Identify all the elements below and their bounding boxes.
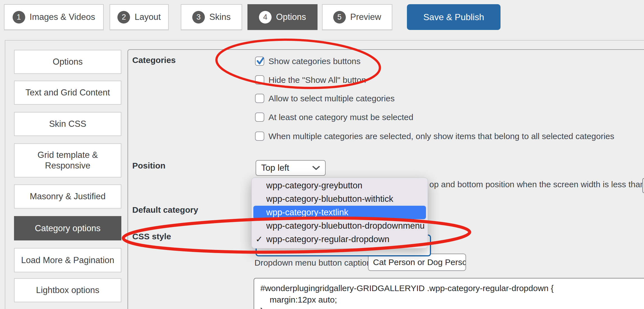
sidebar-item-load-more-pagination[interactable]: Load More & Pagination <box>14 248 121 272</box>
checkbox-label: Hide the "Show All" button <box>268 75 366 85</box>
checkbox-show-categories-buttons[interactable] <box>255 57 264 66</box>
selected-check-icon: ✓ <box>256 233 263 246</box>
sidebar-item-category-options[interactable]: Category options <box>14 216 121 240</box>
code-line: margin:12px auto; <box>260 294 644 305</box>
code-line: } <box>260 305 644 309</box>
dropdown-caption-value: Cat Person or Dog Persc <box>373 258 466 267</box>
menu-item-label: wpp-category-greybutton <box>266 181 362 190</box>
save-publish-button[interactable]: Save & Publish <box>407 4 501 30</box>
breakpoint-width-input[interactable] <box>642 178 644 193</box>
menu-item-label: wpp-category-regular-dropdown <box>266 234 389 244</box>
sidebar-item-skin-css[interactable]: Skin CSS <box>14 112 121 136</box>
sidebar-item-label: Category options <box>35 223 100 234</box>
step-number-badge: 2 <box>117 11 130 24</box>
menu-item-bluebutton-dropdownmenu[interactable]: wpp-category-bluebutton-dropdownmenu <box>253 219 426 233</box>
step-number-badge: 3 <box>192 11 205 24</box>
tab-label: Layout <box>135 12 161 22</box>
tab-label: Options <box>276 12 306 22</box>
dropdown-caption-label: Dropdown menu button caption: <box>254 258 374 268</box>
chevron-down-icon <box>312 165 320 170</box>
sidebar-item-label: Lightbox options <box>36 285 99 296</box>
tab-label: Images & Videos <box>30 12 95 22</box>
position-select-value: Top left <box>261 163 289 173</box>
tab-layout[interactable]: 2 Layout <box>110 4 169 30</box>
tab-preview[interactable]: 5 Preview <box>322 4 392 30</box>
code-line: #wonderplugingridgallery-GRIDGALLERYID .… <box>260 282 644 294</box>
position-label: Position <box>132 161 165 170</box>
checkbox-at-least-one[interactable] <box>255 113 264 122</box>
sidebar-item-label: Text and Grid Content <box>26 87 110 98</box>
sidebar-item-lightbox-options[interactable]: Lightbox options <box>14 278 121 302</box>
position-select[interactable]: Top left <box>256 160 326 176</box>
sidebar-item-label: Grid template & Responsive <box>20 150 115 171</box>
categories-label: Categories <box>132 55 176 65</box>
sidebar-item-label: Skin CSS <box>49 119 86 129</box>
menu-item-label: wpp-category-textlink <box>266 207 348 217</box>
sidebar-item-label: Options <box>53 57 83 67</box>
menu-item-bluebutton-withtick[interactable]: wpp-category-bluebutton-withtick <box>253 192 426 206</box>
checkbox-label: At least one category must be selected <box>268 113 413 122</box>
menu-item-label: wpp-category-bluebutton-dropdownmenu <box>266 221 425 231</box>
tab-options[interactable]: 4 Options <box>247 4 318 30</box>
checkbox-allow-multiple[interactable] <box>255 94 264 103</box>
default-category-label: Default category <box>132 205 198 215</box>
responsive-breakpoint-note: op and bottom position when the screen w… <box>429 180 644 189</box>
step-number-badge: 5 <box>333 11 346 24</box>
checkbox-label: Allow to select multiple categories <box>268 94 395 103</box>
css-style-label: CSS style <box>132 232 171 241</box>
tab-images-videos[interactable]: 1 Images & Videos <box>4 4 104 30</box>
sidebar-item-options[interactable]: Options <box>14 50 121 74</box>
sidebar-item-text-grid-content[interactable]: Text and Grid Content <box>14 81 121 105</box>
sidebar-item-label: Masonry & Justified <box>30 191 106 202</box>
sidebar-item-label: Load More & Pagination <box>21 255 114 266</box>
menu-item-textlink[interactable]: wpp-category-textlink <box>253 206 426 219</box>
menu-item-regular-dropdown[interactable]: ✓ wpp-category-regular-dropdown <box>253 233 426 246</box>
step-number-badge: 1 <box>13 11 25 24</box>
check-icon <box>255 56 266 66</box>
tab-skins[interactable]: 3 Skins <box>181 4 242 30</box>
step-number-badge: 4 <box>259 11 272 24</box>
checkbox-belong-all-selected[interactable] <box>255 132 264 141</box>
sidebar-item-grid-template-responsive[interactable]: Grid template & Responsive <box>14 143 121 177</box>
checkbox-hide-show-all[interactable] <box>255 75 264 85</box>
page: 1 Images & Videos 2 Layout 3 Skins 4 Opt… <box>0 0 644 309</box>
menu-item-greybutton[interactable]: wpp-category-greybutton <box>253 179 426 192</box>
sidebar-item-masonry-justified[interactable]: Masonry & Justified <box>14 184 121 209</box>
tab-label: Preview <box>350 12 381 22</box>
css-code-textarea[interactable]: #wonderplugingridgallery-GRIDGALLERYID .… <box>254 278 644 309</box>
checkbox-label: Show categories buttons <box>268 57 361 66</box>
checkbox-label: When multiple categories are selected, o… <box>268 132 614 141</box>
tab-label: Skins <box>209 12 231 22</box>
css-style-dropdown-menu: wpp-category-greybutton wpp-category-blu… <box>251 177 428 249</box>
menu-item-label: wpp-category-bluebutton-withtick <box>266 194 393 204</box>
